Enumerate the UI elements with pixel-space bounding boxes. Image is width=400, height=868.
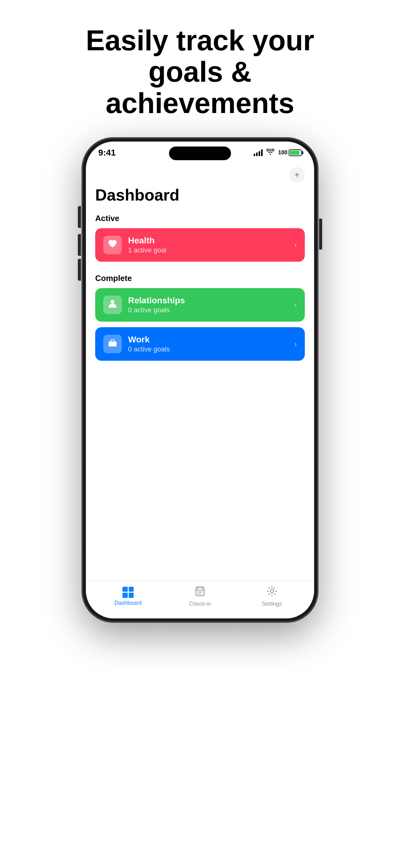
tab-checkin[interactable]: Check-in <box>185 586 215 607</box>
briefcase-icon <box>108 338 117 349</box>
signal-bar-1 <box>254 154 255 156</box>
relationships-card-title: Relationships <box>128 296 294 306</box>
dashboard-grid-icon <box>123 587 134 598</box>
dynamic-island <box>169 147 231 160</box>
health-card-title: Health <box>128 236 294 246</box>
svg-rect-1 <box>108 341 116 346</box>
person-icon <box>108 299 117 310</box>
add-button[interactable]: + <box>289 167 305 183</box>
battery-icon: 100 <box>278 149 302 156</box>
health-card-icon-wrapper <box>103 236 122 254</box>
tab-checkin-label: Check-in <box>189 601 211 607</box>
status-bar: 9:41 100 <box>86 142 314 161</box>
tab-settings[interactable]: Settings <box>257 586 288 607</box>
battery-fill <box>290 151 300 155</box>
signal-bar-3 <box>259 151 260 156</box>
checkin-icon <box>195 586 205 599</box>
work-card-text: Work 0 active goals <box>128 335 294 353</box>
relationships-card-text: Relationships 0 active goals <box>128 296 294 314</box>
screen-content: + Dashboard Active Health 1 active goal <box>86 161 314 581</box>
health-card[interactable]: Health 1 active goal › <box>95 228 305 262</box>
settings-icon <box>267 586 277 599</box>
phone-frame: 9:41 100 <box>82 138 318 622</box>
top-bar: + <box>86 161 314 183</box>
work-card-subtitle: 0 active goals <box>128 345 294 353</box>
signal-bar-4 <box>261 149 263 156</box>
relationships-card-subtitle: 0 active goals <box>128 306 294 314</box>
status-time: 9:41 <box>98 148 116 158</box>
svg-rect-3 <box>196 587 204 596</box>
section-spacer <box>86 267 314 274</box>
health-card-subtitle: 1 active goal <box>128 246 294 254</box>
content-spacer <box>86 366 314 581</box>
work-card-title: Work <box>128 335 294 345</box>
tab-bar: Dashboard Check-in <box>86 581 314 618</box>
work-card-icon-wrapper <box>103 335 122 353</box>
tab-dashboard[interactable]: Dashboard <box>112 587 143 606</box>
svg-point-9 <box>270 590 273 593</box>
wifi-icon <box>266 149 274 157</box>
relationships-card[interactable]: Relationships 0 active goals › <box>95 288 305 321</box>
health-chevron-icon: › <box>294 241 297 249</box>
work-card[interactable]: Work 0 active goals › <box>95 327 305 361</box>
work-chevron-icon: › <box>294 340 297 348</box>
hero-title: Easily track your goals & achievements <box>61 0 339 138</box>
status-icons: 100 <box>254 149 302 157</box>
health-card-text: Health 1 active goal <box>128 236 294 254</box>
complete-section-label: Complete <box>86 274 314 288</box>
phone-screen: 9:41 100 <box>86 142 314 618</box>
battery-body <box>289 149 302 156</box>
active-section-label: Active <box>86 214 314 228</box>
signal-bar-2 <box>256 152 258 156</box>
relationships-card-icon-wrapper <box>103 296 122 314</box>
heart-icon <box>108 239 117 250</box>
tab-settings-label: Settings <box>262 601 282 607</box>
relationships-chevron-icon: › <box>294 301 297 309</box>
page-title: Dashboard <box>86 183 314 214</box>
tab-dashboard-label: Dashboard <box>114 600 142 606</box>
signal-icon <box>254 149 263 156</box>
svg-point-0 <box>111 300 114 304</box>
